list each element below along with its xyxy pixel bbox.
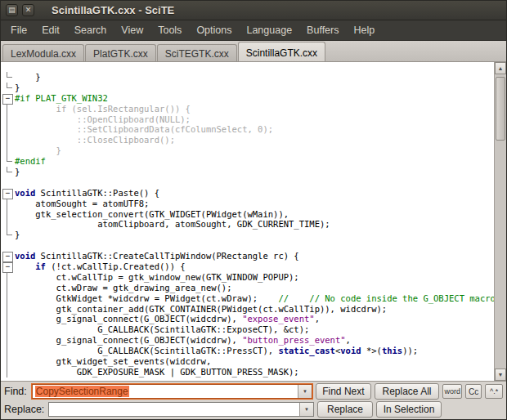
code-line[interactable]: ::CloseClipboard();	[1, 135, 494, 145]
menu-item-tools[interactable]: Tools	[150, 21, 189, 39]
fold-margin	[1, 272, 15, 283]
close-icon[interactable]: ✕	[22, 4, 34, 16]
code-text: gtk_container_add(GTK_CONTAINER(PWidget(…	[15, 304, 387, 315]
code-text: }	[15, 83, 20, 93]
code-text: atomSought = atomUTF8;	[15, 199, 149, 209]
menu-item-help[interactable]: Help	[346, 21, 382, 39]
code-line[interactable]: }	[1, 83, 494, 93]
code-line[interactable]: }	[1, 230, 494, 240]
find-row: Find: CopySelectionRange ▼ Find Next Rep…	[4, 383, 503, 400]
fold-margin	[1, 114, 15, 125]
code-line[interactable]: ::SetClipboardData(cfColumnSelect, 0);	[1, 124, 494, 135]
replace-input[interactable]: ▼	[48, 402, 314, 417]
fold-margin	[1, 335, 15, 346]
scroll-down-icon[interactable]: ▼	[495, 369, 506, 381]
replace-button[interactable]: Replace	[317, 401, 373, 418]
menu-item-file[interactable]: File	[3, 21, 34, 39]
vertical-scrollbar[interactable]: ▲ ▼	[494, 62, 506, 381]
tab-LexModula.cxx[interactable]: LexModula.cxx	[2, 44, 84, 61]
fold-collapse-icon[interactable]	[1, 93, 15, 104]
code-line[interactable]: gtk_selection_convert(GTK_WIDGET(PWidget…	[1, 209, 494, 220]
scrollbar-thumb[interactable]	[496, 77, 505, 141]
code-line[interactable]: #endif	[1, 156, 494, 167]
menu-item-edit[interactable]: Edit	[34, 21, 67, 39]
fold-margin	[1, 83, 15, 93]
code-text: }	[15, 72, 41, 83]
code-text: G_CALLBACK(ScintillaGTK::ExposeCT), &ct)…	[15, 324, 309, 335]
whole-word-toggle[interactable]: word	[442, 384, 462, 399]
code-line[interactable]: gtk_widget_set_events(widcdrw,	[1, 356, 494, 367]
code-line[interactable]: void ScintillaGTK::Paste() {	[1, 188, 494, 199]
code-line[interactable]	[1, 240, 494, 251]
tab-ScintillaGTK.cxx[interactable]: ScintillaGTK.cxx	[238, 42, 325, 61]
find-label: Find:	[4, 386, 29, 397]
code-line[interactable]: GtkWidget *widcdrw = PWidget(ct.wDraw); …	[1, 293, 494, 304]
scroll-up-icon[interactable]: ▲	[495, 62, 506, 74]
fold-margin	[1, 219, 15, 230]
code-line[interactable]: if (sel.IsRectangular()) {	[1, 104, 494, 114]
code-line[interactable]: GDK_EXPOSURE_MASK | GDK_BUTTON_PRESS_MAS…	[1, 367, 494, 378]
editor: }}#if PLAT_GTK_WIN32 if (sel.IsRectangul…	[1, 62, 506, 381]
find-replace-bar: Find: CopySelectionRange ▼ Find Next Rep…	[1, 381, 506, 419]
tab-bar: LexModula.cxxPlatGTK.cxxSciTEGTK.cxxScin…	[1, 41, 506, 62]
find-input-selected-text: CopySelectionRange	[35, 386, 129, 397]
code-line[interactable]: ::OpenClipboard(NULL);	[1, 114, 494, 125]
fold-collapse-icon[interactable]	[1, 251, 15, 261]
code-line[interactable]: }	[1, 167, 494, 177]
code-text: void ScintillaGTK::Paste() {	[15, 188, 159, 199]
fold-margin	[1, 177, 15, 188]
find-next-button[interactable]: Find Next	[316, 383, 371, 400]
regex-toggle[interactable]: ^.*	[485, 384, 503, 399]
code-line[interactable]: g_signal_connect(G_OBJECT(widcdrw), "exp…	[1, 314, 494, 324]
code-line[interactable]: }	[1, 145, 494, 156]
code-line[interactable]: }	[1, 72, 494, 83]
code-line[interactable]: atomClipboard, atomSought, GDK_CURRENT_T…	[1, 219, 494, 230]
fold-margin	[1, 314, 15, 324]
code-line[interactable]: void ScintillaGTK::CreateCallTipWindow(P…	[1, 251, 494, 261]
menu-item-view[interactable]: View	[114, 21, 150, 39]
code-text: #if PLAT_GTK_WIN32	[15, 93, 108, 104]
fold-margin	[1, 104, 15, 114]
in-selection-button[interactable]: In Selection	[376, 401, 442, 418]
code-line[interactable]	[1, 177, 494, 188]
menu-item-buffers[interactable]: Buffers	[299, 21, 346, 39]
menu-item-language[interactable]: Language	[239, 21, 299, 39]
code-line[interactable]: G_CALLBACK(ScintillaGTK::PressCT), stati…	[1, 346, 494, 356]
replace-all-button[interactable]: Replace All	[375, 383, 440, 400]
scite-window: ▤ ✕ ScintillaGTK.cxx - SciTE FileEditSea…	[0, 0, 507, 420]
fold-margin	[1, 324, 15, 335]
fold-margin	[1, 304, 15, 315]
code-text: if (!ct.wCallTip.Created()) {	[15, 261, 186, 272]
code-line[interactable]: ct.wDraw = gtk_drawing_area_new();	[1, 283, 494, 293]
code-text: gtk_widget_set_events(widcdrw,	[15, 356, 211, 367]
fold-margin	[1, 72, 15, 83]
code-line[interactable]: gtk_container_add(GTK_CONTAINER(PWidget(…	[1, 304, 494, 315]
window-title: ScintillaGTK.cxx - SciTE	[52, 4, 174, 16]
tab-SciTEGTK.cxx[interactable]: SciTEGTK.cxx	[157, 44, 237, 61]
code-line[interactable]: g_signal_connect(G_OBJECT(widcdrw), "but…	[1, 335, 494, 346]
code-line[interactable]: atomSought = atomUTF8;	[1, 199, 494, 209]
code-lines[interactable]: }}#if PLAT_GTK_WIN32 if (sel.IsRectangul…	[1, 62, 494, 381]
replace-label: Replace:	[4, 404, 45, 415]
code-line[interactable]: G_CALLBACK(ScintillaGTK::ExposeCT), &ct)…	[1, 324, 494, 335]
tab-PlatGTK.cxx[interactable]: PlatGTK.cxx	[85, 44, 156, 61]
code-text: if (sel.IsRectangular()) {	[15, 104, 191, 114]
replace-dropdown-icon[interactable]: ▼	[299, 403, 313, 416]
menu-item-options[interactable]: Options	[189, 21, 239, 39]
window-menu-icon[interactable]: ▤	[6, 4, 18, 16]
fold-margin	[1, 240, 15, 251]
find-input[interactable]: CopySelectionRange ▼	[32, 384, 312, 399]
fold-margin	[1, 209, 15, 220]
code-line[interactable]: ct.wCallTip = gtk_window_new(GTK_WINDOW_…	[1, 272, 494, 283]
match-case-toggle[interactable]: Cc	[465, 384, 482, 399]
code-line[interactable]: if (!ct.wCallTip.Created()) {	[1, 261, 494, 272]
fold-collapse-icon[interactable]	[1, 261, 15, 272]
fold-margin	[1, 199, 15, 209]
find-dropdown-icon[interactable]: ▼	[298, 385, 312, 398]
menu-item-search[interactable]: Search	[67, 21, 114, 39]
code-text: GDK_EXPOSURE_MASK | GDK_BUTTON_PRESS_MAS…	[15, 367, 299, 378]
fold-collapse-icon[interactable]	[1, 188, 15, 199]
code-line[interactable]: #if PLAT_GTK_WIN32	[1, 93, 494, 104]
title-bar: ▤ ✕ ScintillaGTK.cxx - SciTE	[1, 1, 506, 20]
fold-margin	[1, 135, 15, 145]
